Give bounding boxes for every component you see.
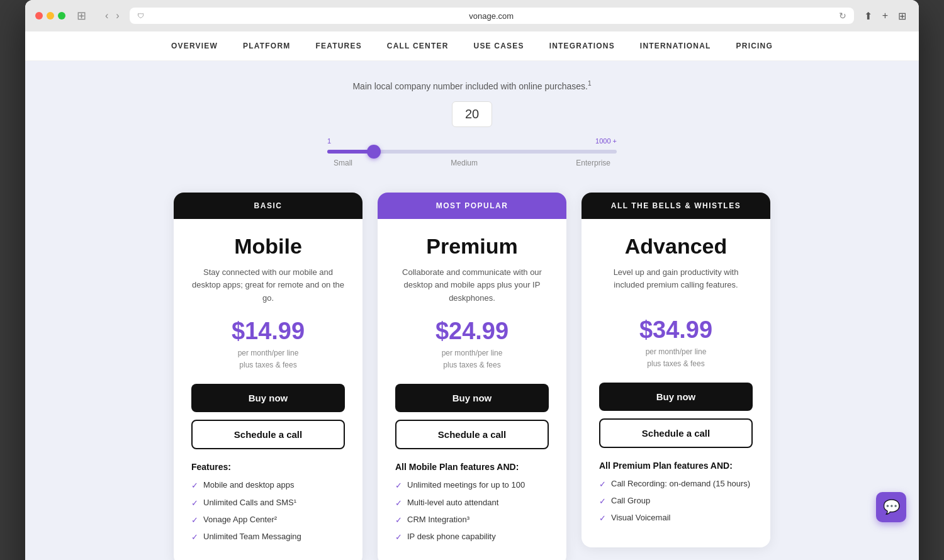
slider-labels-bottom: Small Medium Enterprise — [327, 159, 617, 167]
slider-thumb[interactable] — [367, 145, 381, 159]
feature-item: ✓ Visual Voicemail — [599, 512, 753, 524]
slider-value-box: 20 — [452, 101, 492, 127]
page-content: OVERVIEW PLATFORM FEATURES CALL CENTER U… — [25, 31, 919, 560]
feature-list-basic: ✓ Mobile and desktop apps ✓ Unlimited Ca… — [191, 479, 345, 543]
feature-item: ✓ CRM Integration³ — [395, 514, 549, 526]
features-heading-basic: Features: — [191, 462, 345, 472]
slider-track[interactable] — [327, 150, 617, 154]
browser-window: ⊞ ‹ › 🛡 vonage.com ↻ ⬆ + ⊞ OVERVIEW PLAT… — [25, 0, 919, 560]
card-body-advanced: Advanced Level up and gain productivity … — [582, 219, 770, 547]
checkmark-icon: ✓ — [395, 532, 402, 543]
nav-call-center[interactable]: CALL CENTER — [387, 42, 449, 50]
label-small: Small — [334, 159, 352, 167]
nav-use-cases[interactable]: USE CASES — [474, 42, 524, 50]
features-heading-advanced: All Premium Plan features AND: — [599, 461, 753, 471]
card-price-sub-basic: per month/per lineplus taxes & fees — [191, 347, 345, 371]
back-button[interactable]: ‹ — [103, 9, 111, 23]
card-header-advanced: ALL THE BELLS & WHISTLES — [582, 193, 770, 219]
checkmark-icon: ✓ — [191, 480, 198, 491]
feature-item: ✓ Call Group — [599, 495, 753, 507]
label-enterprise: Enterprise — [576, 159, 610, 167]
chat-button[interactable]: 💬 — [876, 492, 906, 522]
close-button[interactable] — [35, 12, 43, 20]
slider-labels-top: 1 1000 + — [327, 137, 617, 145]
slider-max-label: 1000 + — [595, 137, 617, 145]
new-tab-button[interactable]: + — [880, 9, 891, 23]
nav-international[interactable]: INTERNATIONAL — [640, 42, 711, 50]
schedule-button-advanced[interactable]: Schedule a call — [599, 418, 753, 448]
card-price-sub-premium: per month/per lineplus taxes & fees — [395, 347, 549, 371]
card-header-basic: BASIC — [174, 193, 362, 219]
card-price-basic: $14.99 — [191, 318, 345, 345]
nav-features[interactable]: FEATURES — [315, 42, 361, 50]
card-price-sub-advanced: per month/per lineplus taxes & fees — [599, 346, 753, 370]
feature-item: ✓ Unlimited meetings for up to 100 — [395, 479, 549, 491]
traffic-lights — [35, 12, 65, 20]
schedule-button-premium[interactable]: Schedule a call — [395, 420, 549, 449]
slider-value: 20 — [465, 107, 479, 121]
label-medium: Medium — [451, 159, 478, 167]
card-title-advanced: Advanced — [599, 234, 753, 259]
checkmark-icon: ✓ — [191, 498, 198, 509]
nav-platform[interactable]: PLATFORM — [243, 42, 290, 50]
buy-button-basic[interactable]: Buy now — [191, 384, 345, 412]
cards-row: BASIC Mobile Stay connected with our mob… — [50, 193, 894, 560]
feature-item: ✓ Multi-level auto attendant — [395, 497, 549, 509]
chat-icon: 💬 — [883, 499, 900, 515]
browser-nav: ‹ › — [103, 9, 122, 23]
pricing-card-basic: BASIC Mobile Stay connected with our mob… — [174, 193, 362, 560]
tab-grid-button[interactable]: ⊞ — [896, 9, 909, 23]
nav-overview[interactable]: OVERVIEW — [171, 42, 218, 50]
nav-integrations[interactable]: INTEGRATIONS — [549, 42, 615, 50]
pricing-card-advanced: ALL THE BELLS & WHISTLES Advanced Level … — [582, 193, 770, 547]
browser-actions: ⬆ + ⊞ — [862, 9, 909, 23]
share-button[interactable]: ⬆ — [862, 9, 875, 23]
nav-pricing[interactable]: PRICING — [736, 42, 773, 50]
nav-links: OVERVIEW PLATFORM FEATURES CALL CENTER U… — [171, 42, 773, 50]
checkmark-icon: ✓ — [191, 515, 198, 526]
minimize-button[interactable] — [47, 12, 54, 20]
card-title-basic: Mobile — [191, 234, 345, 259]
slider-min-label: 1 — [327, 137, 331, 145]
navigation-bar: OVERVIEW PLATFORM FEATURES CALL CENTER U… — [25, 31, 919, 61]
pricing-card-premium: MOST POPULAR Premium Collaborate and com… — [378, 193, 566, 560]
checkmark-icon: ✓ — [599, 496, 606, 507]
buy-button-premium[interactable]: Buy now — [395, 384, 549, 412]
card-price-premium: $24.99 — [395, 318, 549, 345]
card-price-advanced: $34.99 — [599, 316, 753, 344]
sidebar-toggle-button[interactable]: ⊞ — [73, 8, 90, 24]
feature-item: ✓ Unlimited Calls and SMS¹ — [191, 497, 345, 509]
security-icon: 🛡 — [137, 12, 144, 20]
feature-list-advanced: ✓ Call Recording: on-demand (15 hours) ✓… — [599, 478, 753, 525]
refresh-button[interactable]: ↻ — [839, 11, 846, 21]
checkmark-icon: ✓ — [599, 479, 606, 490]
checkmark-icon: ✓ — [191, 532, 198, 543]
checkmark-icon: ✓ — [395, 480, 402, 491]
card-title-premium: Premium — [395, 234, 549, 259]
checkmark-icon: ✓ — [395, 498, 402, 509]
slider-subtitle: Main local company number included with … — [352, 80, 591, 91]
url-display: vonage.com — [148, 11, 835, 21]
card-description-advanced: Level up and gain productivity with incl… — [599, 266, 753, 304]
feature-list-premium: ✓ Unlimited meetings for up to 100 ✓ Mul… — [395, 479, 549, 543]
address-bar[interactable]: 🛡 vonage.com ↻ — [130, 8, 854, 24]
card-description-premium: Collaborate and communicate with our des… — [395, 266, 549, 305]
browser-chrome: ⊞ ‹ › 🛡 vonage.com ↻ ⬆ + ⊞ — [25, 0, 919, 31]
features-heading-premium: All Mobile Plan features AND: — [395, 462, 549, 472]
card-header-premium: MOST POPULAR — [378, 193, 566, 219]
card-body-premium: Premium Collaborate and communicate with… — [378, 219, 566, 560]
slider-container[interactable]: 1 1000 + Small Medium Enterprise — [327, 137, 617, 167]
feature-item: ✓ Call Recording: on-demand (15 hours) — [599, 478, 753, 490]
buy-button-advanced[interactable]: Buy now — [599, 383, 753, 411]
feature-item: ✓ IP desk phone capability — [395, 531, 549, 543]
checkmark-icon: ✓ — [599, 513, 606, 524]
feature-item: ✓ Mobile and desktop apps — [191, 479, 345, 491]
forward-button[interactable]: › — [113, 9, 121, 23]
checkmark-icon: ✓ — [395, 515, 402, 526]
slider-area: Main local company number included with … — [50, 80, 894, 167]
card-body-basic: Mobile Stay connected with our mobile an… — [174, 219, 362, 560]
maximize-button[interactable] — [58, 12, 65, 20]
card-description-basic: Stay connected with our mobile and deskt… — [191, 266, 345, 305]
schedule-button-basic[interactable]: Schedule a call — [191, 420, 345, 449]
feature-item: ✓ Vonage App Center² — [191, 514, 345, 526]
